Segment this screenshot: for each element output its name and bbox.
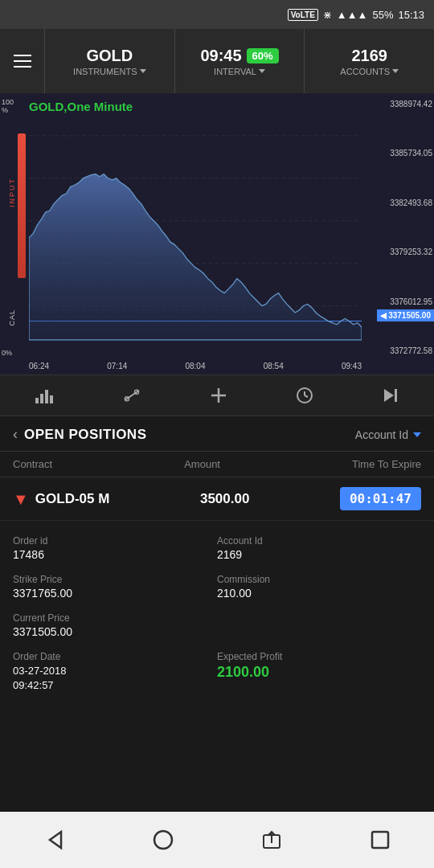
account-id-detail-label: Account Id [217, 535, 421, 547]
home-nav-button[interactable] [139, 822, 187, 858]
interval-arrow-icon [259, 69, 265, 73]
price-label-5: 3376012.95 [363, 297, 432, 306]
time-0624: 06:24 [29, 362, 49, 371]
time-0943: 09:43 [342, 362, 362, 371]
svg-rect-7 [40, 394, 43, 403]
status-bar: VoLTE ⋇ ▲▲▲ 55% 15:13 [0, 0, 434, 29]
history-button[interactable] [289, 379, 321, 411]
price-chart[interactable] [29, 93, 362, 357]
position-row[interactable]: ▼ GOLD-05 M 3500.00 00:01:47 [0, 477, 434, 521]
col-contract: Contract [13, 458, 52, 470]
strike-price-value: 3371765.00 [13, 587, 217, 600]
interval-section[interactable]: 09:45 60% INTERVAL [174, 29, 305, 93]
header: GOLD INSTRUMENTS 09:45 60% INTERVAL 2169… [0, 29, 434, 93]
accounts-value: 2169 [351, 47, 387, 65]
table-header: Contract Amount Time To Expire [0, 452, 434, 477]
detail-current-price: Current Price 3371505.00 [13, 606, 421, 645]
price-label-3: 3382493.68 [363, 199, 432, 207]
chart-type-button[interactable] [27, 380, 61, 411]
red-bar [18, 133, 26, 278]
square-nav-button[interactable] [356, 822, 404, 858]
current-price-detail-value: 3371505.00 [13, 625, 421, 638]
detail-order-id: Order id 17486 [13, 529, 217, 567]
time-0714: 07:14 [107, 362, 127, 371]
menu-button[interactable] [0, 29, 44, 93]
percent-0-label: 0% [2, 349, 12, 357]
cal-label: CAL [8, 309, 16, 326]
svg-rect-19 [395, 389, 397, 402]
accounts-section[interactable]: 2169 ACCOUNTS [304, 29, 434, 93]
detail-order-date: Order Date 03-27-201809:42:57 [13, 645, 217, 699]
time-0804: 08:04 [185, 362, 205, 371]
add-indicator-button[interactable] [203, 380, 234, 411]
chart-area[interactable]: 100% 0% INPUT CAL GOLD,One Minute 338897… [0, 93, 434, 375]
input-label: INPUT [8, 178, 16, 207]
detail-account-id: Account Id 2169 [217, 529, 421, 567]
detail-commission: Commission 210.00 [217, 567, 421, 606]
expected-profit-value: 2100.00 [217, 664, 421, 681]
position-amount: 3500.00 [200, 491, 249, 507]
cursor-button[interactable] [115, 380, 149, 411]
details-grid: Order id 17486 Account Id 2169 Strike Pr… [0, 521, 434, 707]
battery-label: 55% [372, 9, 393, 21]
instruments-arrow-icon [140, 69, 146, 73]
order-id-label: Order id [13, 535, 217, 547]
skip-to-end-button[interactable] [375, 379, 407, 411]
svg-rect-6 [35, 398, 39, 403]
account-id-label: Account Id [355, 428, 408, 441]
direction-down-icon: ▼ [13, 491, 29, 507]
col-amount: Amount [184, 458, 220, 470]
account-id-dropdown[interactable]: Account Id [355, 428, 421, 441]
svg-marker-18 [384, 389, 394, 402]
svg-rect-9 [50, 395, 53, 403]
chart-title: GOLD,One Minute [29, 100, 133, 113]
back-nav-button[interactable] [31, 822, 79, 858]
accounts-arrow-icon [392, 69, 399, 73]
wifi-icon: ⋇ [323, 9, 332, 21]
positions-title: OPEN POSITIONS [24, 427, 146, 443]
strike-price-label: Strike Price [13, 574, 217, 585]
bottom-nav [0, 812, 434, 868]
position-name: GOLD-05 M [35, 491, 110, 507]
timer-badge: 00:01:47 [340, 487, 421, 510]
svg-rect-8 [45, 390, 48, 403]
positions-title-row: ‹ OPEN POSITIONS [13, 426, 146, 443]
order-id-value: 17486 [13, 548, 217, 561]
signal-icon: ▲▲▲ [337, 9, 368, 21]
instruments-section[interactable]: GOLD INSTRUMENTS [44, 29, 174, 93]
svg-line-17 [305, 395, 308, 397]
chart-toolbar [0, 375, 434, 416]
price-label-6: 3372772.58 [363, 346, 432, 355]
detail-expected-profit: Expected Profit 2100.00 [217, 645, 421, 699]
svg-line-10 [125, 391, 139, 400]
price-axis: 3388974.42 3385734.05 3382493.68 3379253… [362, 93, 434, 355]
instruments-label: INSTRUMENTS [73, 67, 145, 76]
svg-point-21 [154, 831, 172, 849]
time-0854: 08:54 [264, 362, 284, 371]
back-button[interactable]: ‹ [13, 426, 18, 443]
accounts-label: ACCOUNTS [340, 67, 399, 76]
price-label-1: 3388974.42 [363, 100, 432, 108]
svg-rect-24 [372, 832, 388, 848]
current-price-label-text: Current Price [13, 612, 421, 624]
instrument-name: GOLD [86, 47, 133, 65]
price-label-4: 3379253.32 [363, 248, 432, 256]
dropdown-arrow-icon [413, 432, 421, 437]
col-time-to-expire: Time To Expire [352, 458, 421, 470]
time-axis: 06:24 07:14 08:04 08:54 09:43 [29, 357, 362, 375]
time-display: 15:13 [398, 9, 424, 21]
positions-header: ‹ OPEN POSITIONS Account Id [0, 416, 434, 452]
commission-label: Commission [217, 574, 421, 585]
interval-label: INTERVAL [214, 67, 265, 76]
share-nav-button[interactable] [248, 822, 296, 858]
price-label-2: 3385734.05 [363, 149, 432, 158]
interval-badge: 60% [247, 48, 279, 63]
commission-value: 210.00 [217, 587, 421, 600]
expected-profit-label: Expected Profit [217, 651, 421, 662]
detail-strike-price: Strike Price 3371765.00 [13, 567, 217, 606]
order-date-value: 03-27-201809:42:57 [13, 664, 217, 693]
percent-100-label: 100% [2, 98, 14, 114]
interval-time: 09:45 [200, 47, 241, 65]
position-symbol: ▼ GOLD-05 M [13, 491, 109, 507]
svg-marker-20 [50, 832, 61, 848]
